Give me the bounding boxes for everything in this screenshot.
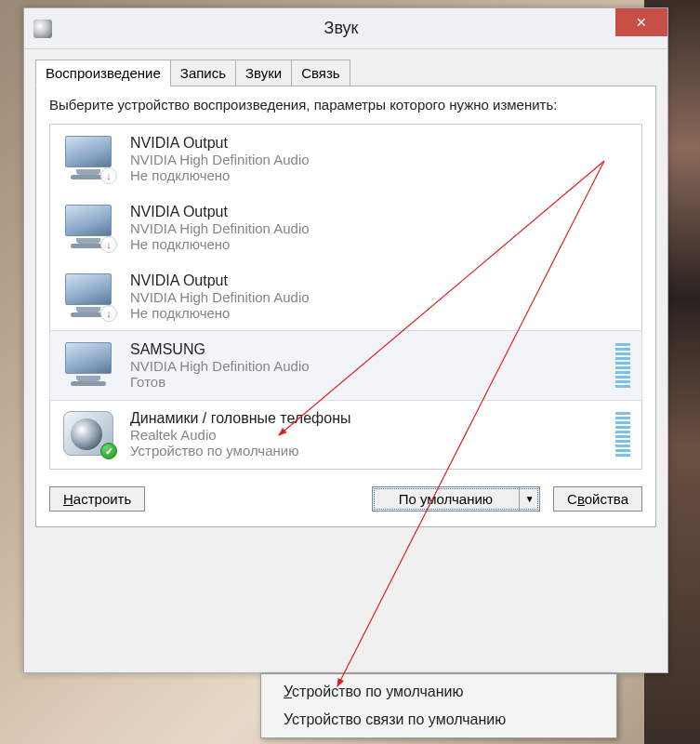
tab-panel-playback: Выберите устройство воспроизведения, пар… bbox=[35, 86, 656, 527]
tab-strip: Воспроизведение Запись Звуки Связь bbox=[35, 60, 656, 86]
instruction-text: Выберите устройство воспроизведения, пар… bbox=[49, 96, 642, 114]
device-driver: NVIDIA High Definition Audio bbox=[130, 220, 634, 236]
set-default-button[interactable]: По умолчанию bbox=[373, 487, 519, 511]
device-driver: NVIDIA High Definition Audio bbox=[130, 358, 610, 374]
tab-recording[interactable]: Запись bbox=[170, 60, 236, 86]
device-row[interactable]: ↓NVIDIA OutputNVIDIA High Definition Aud… bbox=[50, 193, 641, 262]
set-default-split-button: По умолчанию ▼ bbox=[372, 486, 540, 512]
monitor-icon: ↓ bbox=[58, 270, 123, 324]
device-status: Готов bbox=[130, 374, 610, 390]
device-status: Не подключено bbox=[130, 167, 634, 183]
device-driver: NVIDIA High Definition Audio bbox=[130, 289, 634, 305]
device-name: SAMSUNG bbox=[130, 341, 610, 358]
speaker-icon: ✓ bbox=[58, 407, 123, 461]
configure-button[interactable]: Настроить bbox=[49, 486, 145, 512]
tab-sounds[interactable]: Звуки bbox=[235, 60, 292, 86]
level-meter-icon bbox=[615, 412, 630, 457]
system-icon bbox=[33, 20, 52, 38]
window-title: Звук bbox=[52, 19, 667, 38]
device-row[interactable]: ↓NVIDIA OutputNVIDIA High Definition Aud… bbox=[50, 262, 641, 331]
device-name: NVIDIA Output bbox=[130, 204, 634, 220]
down-arrow-badge-icon: ↓ bbox=[100, 236, 117, 253]
device-status: Устройство по умолчанию bbox=[130, 443, 610, 458]
tab-communications[interactable]: Связь bbox=[291, 60, 350, 86]
monitor-icon: ↓ bbox=[58, 132, 123, 186]
monitor-icon: ↓ bbox=[58, 201, 123, 255]
device-list[interactable]: ↓NVIDIA OutputNVIDIA High Definition Aud… bbox=[49, 124, 642, 470]
menu-item-default-device[interactable]: Устройство по умолчанию bbox=[263, 678, 614, 706]
properties-button[interactable]: Свойства bbox=[553, 486, 642, 512]
titlebar[interactable]: Звук ✕ bbox=[24, 8, 667, 49]
menu-item-default-comm-device[interactable]: Устройство связи по умолчанию bbox=[263, 706, 614, 734]
buttons-row: Настроить По умолчанию ▼ Свойства bbox=[49, 486, 642, 512]
device-name: NVIDIA Output bbox=[130, 135, 634, 152]
close-button[interactable]: ✕ bbox=[615, 8, 667, 36]
close-icon: ✕ bbox=[636, 15, 647, 30]
sound-dialog-window: Звук ✕ Воспроизведение Запись Звуки Связ… bbox=[23, 7, 668, 673]
down-arrow-badge-icon: ↓ bbox=[100, 305, 117, 322]
device-text: NVIDIA OutputNVIDIA High Definition Audi… bbox=[123, 204, 634, 252]
device-row[interactable]: ↓NVIDIA OutputNVIDIA High Definition Aud… bbox=[50, 125, 641, 193]
default-dropdown-menu: Устройство по умолчанию Устройство связи… bbox=[260, 673, 617, 738]
device-status: Не подключено bbox=[130, 236, 634, 252]
chevron-down-icon: ▼ bbox=[525, 494, 535, 504]
tab-playback[interactable]: Воспроизведение bbox=[35, 60, 171, 86]
device-text: NVIDIA OutputNVIDIA High Definition Audi… bbox=[123, 272, 634, 321]
level-meter-icon bbox=[615, 343, 630, 388]
device-row[interactable]: ✓Динамики / головные телефоныRealtek Aud… bbox=[50, 400, 641, 469]
monitor-icon bbox=[58, 339, 123, 392]
device-status: Не подключено bbox=[130, 305, 634, 321]
device-name: NVIDIA Output bbox=[130, 272, 634, 289]
device-driver: Realtek Audio bbox=[130, 427, 610, 443]
device-row[interactable]: SAMSUNGNVIDIA High Definition AudioГотов bbox=[50, 331, 641, 400]
set-default-dropdown-arrow[interactable]: ▼ bbox=[519, 487, 539, 511]
content-area: Воспроизведение Запись Звуки Связь Выбер… bbox=[24, 49, 667, 527]
device-text: NVIDIA OutputNVIDIA High Definition Audi… bbox=[123, 135, 634, 183]
device-name: Динамики / головные телефоны bbox=[130, 410, 610, 427]
device-text: SAMSUNGNVIDIA High Definition AudioГотов bbox=[123, 341, 610, 390]
device-driver: NVIDIA High Definition Audio bbox=[130, 152, 634, 167]
checkmark-badge-icon: ✓ bbox=[100, 443, 117, 459]
device-text: Динамики / головные телефоныRealtek Audi… bbox=[123, 410, 610, 458]
down-arrow-badge-icon: ↓ bbox=[100, 167, 117, 184]
